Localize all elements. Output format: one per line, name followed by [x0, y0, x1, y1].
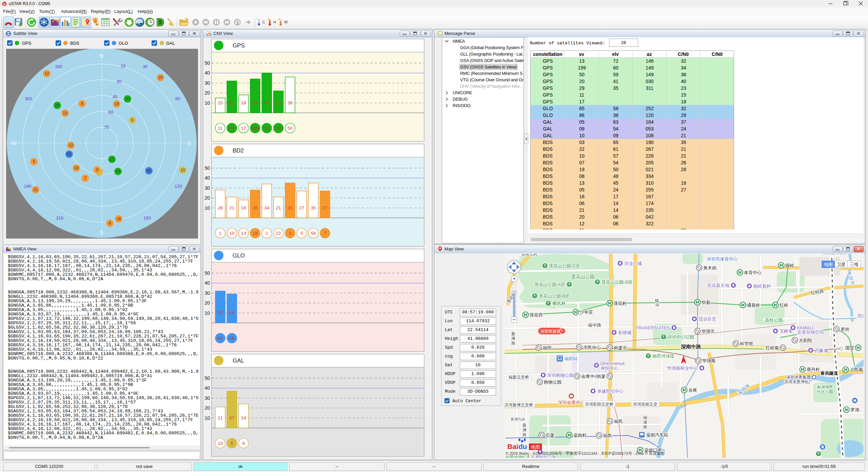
svg-text:59: 59 — [311, 231, 316, 236]
svg-text:35: 35 — [288, 205, 293, 210]
svg-text:19: 19 — [253, 231, 258, 236]
svg-text:16: 16 — [116, 217, 121, 221]
svg-text:11: 11 — [218, 126, 222, 131]
svg-text:10: 10 — [204, 310, 210, 316]
svg-text:滨河皇岗立交: 滨河皇岗立交 — [633, 402, 657, 407]
svg-text:40: 40 — [264, 100, 269, 105]
svg-text:1: 1 — [219, 231, 222, 236]
svg-text:65: 65 — [218, 336, 223, 341]
svg-text:+: + — [513, 276, 515, 281]
svg-text:30: 30 — [204, 80, 210, 86]
svg-text:新: 新 — [522, 423, 527, 428]
svg-text:30: 30 — [117, 79, 121, 84]
svg-text:地图: 地图 — [530, 444, 540, 450]
svg-text:29: 29 — [276, 126, 281, 131]
svg-text:河: 河 — [850, 281, 854, 285]
svg-text:GPS: GPS — [233, 42, 245, 49]
svg-text:27: 27 — [322, 205, 328, 210]
svg-text:18: 18 — [241, 100, 246, 105]
svg-text:40: 40 — [204, 70, 210, 76]
svg-text:地图: 地图 — [824, 262, 833, 267]
svg-text:黄木岗: 黄木岗 — [703, 265, 716, 270]
svg-text:20: 20 — [204, 90, 210, 96]
svg-text:福: 福 — [654, 298, 659, 303]
svg-text:21: 21 — [229, 205, 234, 210]
svg-text:10: 10 — [74, 166, 79, 170]
svg-text:深圳水务集团: 深圳水务集团 — [786, 375, 811, 379]
svg-text:滨河彩田立交桥: 滨河彩田立交桥 — [585, 402, 613, 407]
svg-text:10: 10 — [204, 205, 210, 211]
svg-text:199: 199 — [251, 126, 259, 131]
svg-text:10: 10 — [218, 441, 223, 446]
svg-text:鹿丹村: 鹿丹村 — [807, 367, 820, 372]
svg-text:50: 50 — [116, 169, 120, 174]
svg-text:13: 13 — [229, 126, 234, 131]
svg-text:29: 29 — [55, 103, 60, 108]
svg-text:GAL: GAL — [166, 41, 175, 46]
svg-text:华强南: 华强南 — [702, 358, 715, 363]
svg-text:10: 10 — [204, 100, 210, 106]
svg-text:13: 13 — [110, 157, 114, 162]
svg-text:12: 12 — [44, 71, 49, 76]
svg-text:路: 路 — [522, 432, 527, 437]
svg-text:Baidu: Baidu — [507, 443, 527, 450]
svg-text:5: 5 — [33, 159, 35, 164]
svg-text:20: 20 — [204, 300, 210, 306]
svg-text:皇岗汽车站: 皇岗汽车站 — [646, 432, 668, 437]
svg-text:2: 2 — [265, 231, 268, 236]
svg-text:3: 3 — [96, 167, 98, 172]
svg-text:路: 路 — [511, 341, 515, 346]
svg-text:22: 22 — [68, 143, 73, 148]
svg-text:13: 13 — [63, 111, 67, 116]
svg-text:86: 86 — [146, 168, 151, 173]
svg-text:三维: 三维 — [850, 262, 859, 267]
svg-text:莲花村: 莲花村 — [614, 301, 627, 306]
svg-text:国贸: 国贸 — [845, 345, 854, 350]
svg-text:37: 37 — [229, 415, 234, 420]
svg-text:30: 30 — [143, 64, 147, 69]
svg-text:17: 17 — [241, 126, 246, 131]
svg-text:50: 50 — [204, 165, 210, 171]
svg-text:19: 19 — [114, 102, 119, 106]
svg-text:7: 7 — [84, 176, 86, 181]
svg-text:京基百纳空间: 京基百纳空间 — [797, 330, 824, 335]
svg-text:市民中心: 市民中心 — [583, 345, 601, 350]
svg-text:皇岗村: 皇岗村 — [573, 433, 587, 438]
svg-text:*: * — [256, 18, 258, 21]
svg-text:深南中路: 深南中路 — [680, 344, 701, 349]
svg-text:洲: 洲 — [522, 428, 527, 432]
svg-text:体育中心: 体育中心 — [744, 270, 762, 275]
svg-text:深圳市体育中心: 深圳市体育中心 — [707, 256, 738, 262]
svg-text:29: 29 — [229, 310, 234, 315]
svg-text:路: 路 — [643, 425, 647, 429]
svg-text:34: 34 — [264, 205, 270, 210]
svg-text:新洲九街: 新洲九街 — [511, 417, 526, 421]
svg-text:One Avenue: One Avenue — [600, 361, 625, 366]
svg-text:9: 9 — [242, 441, 245, 446]
svg-text:150: 150 — [143, 216, 151, 221]
svg-text:大剧院: 大剧院 — [799, 338, 812, 343]
svg-text:福田: 福田 — [542, 345, 552, 350]
svg-text:深圳中心公园: 深圳中心公园 — [667, 334, 694, 340]
svg-text:35: 35 — [311, 205, 316, 210]
svg-text:福田站: 福田站 — [564, 356, 578, 361]
svg-text:Auto Center: Auto Center — [452, 398, 481, 404]
svg-text:C: C — [262, 20, 265, 24]
svg-text:椰风林: 椰风林 — [552, 301, 566, 306]
svg-text:21: 21 — [33, 187, 38, 192]
svg-text:22: 22 — [276, 231, 281, 236]
svg-text:50: 50 — [204, 60, 210, 66]
svg-text:BD2: BD2 — [233, 147, 244, 154]
svg-text:20: 20 — [264, 126, 269, 131]
svg-text:罗湖: 罗湖 — [850, 407, 859, 412]
svg-text:莲花西: 莲花西 — [530, 312, 543, 317]
svg-text:210: 210 — [56, 216, 63, 221]
svg-text:50: 50 — [204, 270, 210, 276]
svg-text:万象城: 万象城 — [815, 348, 828, 353]
svg-text:科学馆: 科学馆 — [740, 341, 753, 346]
svg-text:人民南: 人民南 — [850, 367, 863, 372]
svg-text:莲花山公园-D区: 莲花山公园-D区 — [601, 280, 633, 285]
svg-text:W: W — [12, 140, 17, 146]
svg-text:福新立交桥: 福新立交桥 — [508, 375, 529, 379]
svg-text:86: 86 — [229, 336, 234, 341]
